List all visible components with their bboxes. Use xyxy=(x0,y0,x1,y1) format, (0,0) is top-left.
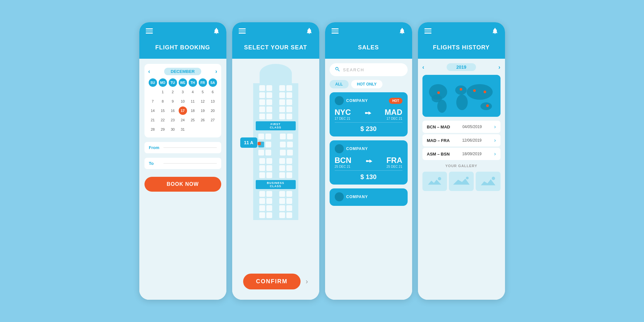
next-year-btn[interactable]: › xyxy=(499,64,500,71)
cal-day-31[interactable]: 31 xyxy=(179,125,187,134)
cal-day-30[interactable]: 30 xyxy=(169,125,177,134)
seat-ec1d[interactable] xyxy=(286,191,292,197)
seat-f2a[interactable] xyxy=(259,92,265,98)
history-item-2[interactable]: MAD – FRA 12/06/2019 › xyxy=(422,134,500,146)
seat-b1c[interactable] xyxy=(280,134,286,139)
cal-day-19[interactable]: 19 xyxy=(199,106,207,115)
seat-b3b[interactable] xyxy=(265,150,271,156)
flight-card-3[interactable]: COMPANY xyxy=(330,188,408,206)
seat-ec3a[interactable] xyxy=(259,205,265,211)
next-month-btn[interactable]: › xyxy=(215,68,217,75)
cal-day-20[interactable]: 20 xyxy=(209,106,217,115)
cal-day-18[interactable]: 18 xyxy=(189,106,197,115)
seat-extra2d[interactable] xyxy=(286,165,292,171)
seat-b3a[interactable] xyxy=(258,150,264,156)
filter-all[interactable]: ALL xyxy=(330,80,349,88)
bell-icon-2[interactable] xyxy=(306,27,313,35)
menu-icon-3[interactable] xyxy=(332,28,339,34)
gallery-thumb-2[interactable] xyxy=(449,172,474,191)
confirm-button[interactable]: CONFIRM xyxy=(243,274,301,289)
cal-day-21[interactable]: 21 xyxy=(149,116,157,124)
seat-ec4c[interactable] xyxy=(279,212,285,218)
seat-extra1d[interactable] xyxy=(286,158,292,164)
seat-ec3b[interactable] xyxy=(266,205,272,211)
seat-f1d[interactable] xyxy=(286,85,292,91)
seat-ec4a[interactable] xyxy=(259,212,265,218)
seat-f5b[interactable] xyxy=(266,114,272,119)
cal-day-9[interactable]: 9 xyxy=(169,97,177,106)
cal-day-5[interactable]: 5 xyxy=(199,88,207,96)
seat-b1b[interactable] xyxy=(265,134,271,139)
seat-ec2a[interactable] xyxy=(259,198,265,204)
history-item-3[interactable]: ASM – BSN 18/09/2019 › xyxy=(422,148,500,160)
gallery-thumb-1[interactable] xyxy=(422,172,447,191)
cal-day-3[interactable]: 3 xyxy=(179,88,187,96)
seat-extra1a[interactable] xyxy=(259,158,265,164)
seat-b1d[interactable] xyxy=(287,134,293,139)
cal-day-25[interactable]: 25 xyxy=(189,116,197,124)
seat-f2c[interactable] xyxy=(279,92,285,98)
cal-day-24[interactable]: 24 xyxy=(179,116,187,124)
seat-b3c[interactable] xyxy=(280,150,286,156)
cal-day-7[interactable]: 7 xyxy=(149,97,157,106)
flight-card-2[interactable]: COMPANY BCN 25 DEC 21 FRA 2 xyxy=(330,140,408,185)
cal-day-14[interactable]: 14 xyxy=(149,106,157,115)
menu-icon-4[interactable] xyxy=(424,28,431,34)
book-now-button[interactable]: BOOK NOW xyxy=(144,177,221,192)
seat-ec4d[interactable] xyxy=(286,212,292,218)
seat-ec3d[interactable] xyxy=(286,205,292,211)
gallery-thumb-3[interactable] xyxy=(476,172,500,191)
seat-f5a[interactable] xyxy=(259,114,265,119)
seat-extra3a[interactable] xyxy=(259,172,265,178)
bell-icon-3[interactable] xyxy=(399,27,406,35)
seat-ec3c[interactable] xyxy=(279,205,285,211)
seat-f1c[interactable] xyxy=(279,85,285,91)
cal-day-27[interactable]: 27 xyxy=(209,116,217,124)
seat-f3c[interactable] xyxy=(279,99,285,105)
cal-day-4[interactable]: 4 xyxy=(189,88,197,96)
seat-extra2b[interactable] xyxy=(266,165,272,171)
seat-extra3c[interactable] xyxy=(279,172,285,178)
bell-icon-4[interactable] xyxy=(491,27,499,35)
seat-extra2a[interactable] xyxy=(259,165,265,171)
seat-extra1c[interactable] xyxy=(279,158,285,164)
seat-f4d[interactable] xyxy=(286,106,292,112)
cal-day-22[interactable]: 22 xyxy=(159,116,167,124)
prev-month-btn[interactable]: ‹ xyxy=(148,68,150,75)
cal-day-8[interactable]: 8 xyxy=(159,97,167,106)
seat-b3d[interactable] xyxy=(287,150,293,156)
cal-day-11[interactable]: 11 xyxy=(189,97,197,106)
seat-ec2c[interactable] xyxy=(279,198,285,204)
cal-day-23[interactable]: 23 xyxy=(169,116,177,124)
seat-extra1b[interactable] xyxy=(266,158,272,164)
seat-f3a[interactable] xyxy=(259,99,265,105)
seat-f4b[interactable] xyxy=(266,106,272,112)
seat-b1a[interactable] xyxy=(258,134,264,139)
seat-f1b[interactable] xyxy=(266,85,272,91)
seat-f2b[interactable] xyxy=(266,92,272,98)
seat-f5d[interactable] xyxy=(286,114,292,119)
seat-11c[interactable] xyxy=(280,142,286,147)
cal-day-16[interactable]: 16 xyxy=(169,106,177,115)
seat-11b[interactable] xyxy=(265,142,271,147)
history-item-1[interactable]: BCN – MAD 04/05/2019 › xyxy=(422,121,500,133)
seat-f3b[interactable] xyxy=(266,99,272,105)
seat-f3d[interactable] xyxy=(286,99,292,105)
seat-ec1b[interactable] xyxy=(266,191,272,197)
seat-f5c[interactable] xyxy=(279,114,285,119)
menu-icon-2[interactable] xyxy=(239,28,246,34)
seat-f2d[interactable] xyxy=(286,92,292,98)
seat-11d[interactable] xyxy=(287,142,293,147)
cal-day-15[interactable]: 15 xyxy=(159,106,167,115)
cal-day-1[interactable]: 1 xyxy=(159,88,167,96)
seat-extra3d[interactable] xyxy=(286,172,292,178)
seat-f4a[interactable] xyxy=(259,106,265,112)
cal-day-12[interactable]: 12 xyxy=(199,97,207,106)
seat-ec2d[interactable] xyxy=(286,198,292,204)
cal-day-28[interactable]: 28 xyxy=(149,125,157,134)
seat-ec2b[interactable] xyxy=(266,198,272,204)
flight-card-1[interactable]: COMPANY HOT NYC 17 DEC 21 MAD xyxy=(330,92,408,136)
cal-day-17[interactable]: 17 xyxy=(179,106,187,115)
seat-f1a[interactable] xyxy=(259,85,265,91)
cal-day-10[interactable]: 10 xyxy=(179,97,187,106)
